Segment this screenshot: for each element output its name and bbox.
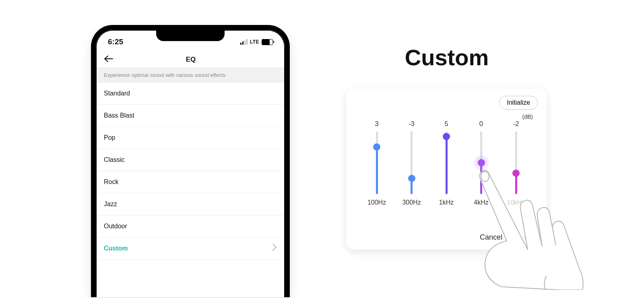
phone-frame: 6:25 LTE EQ Experience optimal sound [91, 25, 290, 297]
eq-band-value: 3 [375, 120, 378, 129]
eq-band-slider[interactable]: -210kHz [503, 120, 529, 223]
chevron-right-icon [272, 243, 277, 254]
phone-screen: 6:25 LTE EQ Experience optimal sound [96, 30, 285, 297]
status-icons: LTE [240, 39, 273, 45]
network-label: LTE [250, 39, 259, 45]
nav-bar: EQ [97, 52, 284, 68]
eq-preset-label: Custom [104, 245, 128, 252]
slider-fill [376, 147, 378, 194]
battery-icon [262, 39, 273, 45]
eq-band-value: 5 [444, 120, 448, 129]
slider-knob[interactable] [478, 159, 485, 166]
slider-track[interactable] [515, 131, 517, 194]
eq-band-slider[interactable]: 04kHz [469, 120, 494, 223]
cancel-button[interactable]: Cancel [480, 233, 502, 242]
eq-preset-label: Outdoor [104, 223, 127, 230]
eq-band-freq-label: 10kHz [507, 199, 525, 206]
ok-button[interactable]: OK [524, 233, 535, 242]
custom-heading: Custom [346, 44, 547, 70]
slider-fill [480, 163, 482, 194]
slider-track[interactable] [376, 131, 378, 194]
eq-band-value: -2 [513, 120, 519, 129]
eq-preset-label: Standard [104, 90, 130, 97]
eq-band-freq-label: 300Hz [402, 199, 421, 206]
phone-notch [156, 31, 225, 41]
eq-band-freq-label: 100Hz [367, 199, 386, 206]
custom-eq-panel: Initialize (dB) (Hz) 3100Hz-3300Hz51kHz0… [346, 89, 547, 250]
eq-band-freq-label: 4kHz [474, 199, 488, 206]
eq-band-slider[interactable]: 51kHz [433, 120, 459, 223]
eq-preset-label: Classic [104, 156, 125, 163]
db-unit-label: (dB) [522, 114, 533, 120]
eq-preset-row[interactable]: Classic [97, 149, 284, 171]
eq-preset-label: Pop [104, 134, 115, 141]
eq-band-value: -3 [409, 120, 415, 129]
eq-preset-row[interactable]: Custom [97, 238, 284, 260]
slider-knob[interactable] [443, 133, 450, 140]
eq-preset-row[interactable]: Rock [97, 171, 284, 193]
eq-preset-row[interactable]: Jazz [97, 193, 284, 215]
slider-track[interactable] [411, 131, 413, 194]
eq-preset-label: Rock [104, 178, 118, 186]
clock: 6:25 [108, 37, 123, 46]
eq-band-slider[interactable]: 3100Hz [364, 120, 390, 223]
eq-preset-list: StandardBass BlastPopClassicRockJazzOutd… [97, 83, 284, 260]
eq-band-value: 0 [479, 120, 483, 129]
eq-preset-label: Jazz [104, 201, 117, 208]
eq-band-freq-label: 1kHz [439, 199, 454, 206]
eq-preset-row[interactable]: Outdoor [97, 215, 284, 238]
eq-band-slider[interactable]: -3300Hz [399, 120, 425, 223]
eq-preset-row[interactable]: Pop [97, 127, 284, 149]
initialize-button[interactable]: Initialize [499, 96, 538, 110]
slider-knob[interactable] [512, 170, 520, 177]
eq-preset-row[interactable]: Bass Blast [97, 105, 284, 127]
page-title: EQ [105, 56, 277, 64]
eq-preset-row[interactable]: Standard [97, 83, 284, 105]
slider-fill [446, 137, 448, 194]
eq-preset-label: Bass Blast [104, 112, 134, 119]
slider-track[interactable] [480, 131, 482, 194]
eq-sliders: 3100Hz-3300Hz51kHz04kHz-210kHz [364, 120, 529, 223]
slider-knob[interactable] [408, 175, 415, 182]
slider-knob[interactable] [373, 143, 380, 151]
slider-track[interactable] [446, 131, 448, 194]
eq-subheader: Experience optimal sound with various so… [97, 68, 284, 83]
signal-icon [240, 39, 248, 45]
panel-actions: Cancel OK [480, 233, 535, 242]
